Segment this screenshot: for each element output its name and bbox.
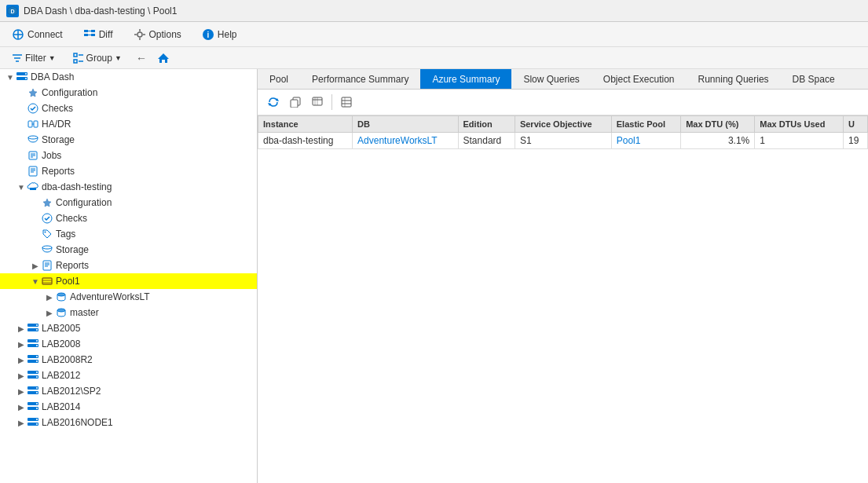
tree-item-lab2008r2[interactable]: ▶ LAB2008R2 bbox=[0, 352, 257, 368]
expander-pool1[interactable]: ▼ bbox=[30, 277, 41, 286]
table-button[interactable] bbox=[337, 93, 356, 112]
connect-label: Connect bbox=[27, 29, 63, 40]
options-button[interactable]: Options bbox=[128, 26, 187, 43]
tree-label: Reports bbox=[56, 260, 89, 271]
tree-item-lab2014[interactable]: ▶ LAB2014 bbox=[0, 399, 257, 415]
tree-item-lab2012sp2[interactable]: ▶ LAB2012\SP2 bbox=[0, 383, 257, 399]
server-icon bbox=[16, 71, 28, 83]
svg-rect-8 bbox=[91, 34, 95, 36]
svg-rect-7 bbox=[91, 30, 95, 32]
col-elastic-pool: Elastic Pool bbox=[611, 116, 680, 133]
col-max-dtu-pct: Max DTU (%) bbox=[681, 116, 755, 133]
tree-item-lab2016node1[interactable]: ▶ LAB2016NODE1 bbox=[0, 415, 257, 430]
tab-object-execution[interactable]: Object Execution bbox=[591, 69, 687, 89]
tree-item-lab2005[interactable]: ▶ LAB2005 bbox=[0, 320, 257, 336]
col-db: DB bbox=[353, 116, 458, 133]
tree-item-checks-child[interactable]: Checks bbox=[0, 210, 257, 226]
tree-label: LAB2014 bbox=[42, 401, 80, 412]
col-max-dtus-used: Max DTUs Used bbox=[755, 116, 844, 133]
refresh-button[interactable] bbox=[264, 93, 283, 112]
filter-dropdown-icon: ▼ bbox=[49, 54, 56, 62]
group-icon bbox=[73, 53, 84, 64]
jobs-icon bbox=[27, 149, 39, 162]
tree-item-adventureworks[interactable]: ▶ AdventureWorksLT bbox=[0, 289, 257, 305]
tree-item-pool1[interactable]: ▼ Pool1 bbox=[0, 273, 257, 289]
tab-db-space[interactable]: DB Space bbox=[781, 69, 847, 89]
table-row[interactable]: dba-dash-testing AdventureWorksLT Standa… bbox=[258, 133, 868, 149]
tree-label: DBA Dash bbox=[31, 71, 74, 82]
server-icon-3 bbox=[27, 338, 39, 350]
col-u: U bbox=[844, 116, 868, 133]
svg-point-81 bbox=[36, 408, 38, 409]
tree-item-config-child[interactable]: Configuration bbox=[0, 195, 257, 210]
group-button[interactable]: Group ▼ bbox=[68, 50, 127, 66]
tree-item-master[interactable]: ▶ master bbox=[0, 305, 257, 320]
cell-db[interactable]: AdventureWorksLT bbox=[353, 133, 458, 149]
group-label: Group bbox=[86, 53, 112, 64]
tab-performance-summary[interactable]: Performance Summary bbox=[300, 69, 420, 89]
copy-button[interactable] bbox=[286, 93, 305, 112]
tree-item-storage-child[interactable]: Storage bbox=[0, 242, 257, 258]
svg-point-80 bbox=[36, 403, 38, 404]
tree-item-tags[interactable]: Tags bbox=[0, 226, 257, 242]
svg-marker-25 bbox=[158, 53, 169, 63]
expander-lab2008[interactable]: ▶ bbox=[16, 340, 27, 349]
filter-button[interactable]: Filter ▼ bbox=[6, 50, 61, 66]
expander-lab2014[interactable]: ▶ bbox=[16, 403, 27, 412]
cell-instance: dba-dash-testing bbox=[258, 133, 353, 149]
tree-item-reports-child[interactable]: ▶ Reports bbox=[0, 258, 257, 273]
cell-elastic-pool[interactable]: Pool1 bbox=[611, 133, 680, 149]
tree-label: AdventureWorksLT bbox=[70, 291, 150, 302]
svg-rect-6 bbox=[84, 34, 88, 36]
diff-button[interactable]: Diff bbox=[78, 26, 119, 43]
expander-lab2008r2[interactable]: ▶ bbox=[16, 356, 27, 364]
config-icon-2 bbox=[41, 196, 53, 209]
help-button[interactable]: i Help bbox=[196, 26, 243, 43]
tree-label: Checks bbox=[42, 103, 73, 114]
expander-adventureworks[interactable]: ▶ bbox=[44, 293, 55, 302]
tree-item-jobs[interactable]: Jobs bbox=[0, 148, 257, 163]
tree-item-lab2012[interactable]: ▶ LAB2012 bbox=[0, 368, 257, 383]
tab-slow-queries[interactable]: Slow Queries bbox=[511, 69, 591, 89]
expander-master[interactable]: ▶ bbox=[44, 309, 55, 317]
expander-lab2016node1[interactable]: ▶ bbox=[16, 419, 27, 427]
tab-pool[interactable]: Pool bbox=[258, 69, 300, 89]
tree-item-checks-root[interactable]: Checks bbox=[0, 101, 257, 116]
expander-dba-dash[interactable]: ▼ bbox=[5, 73, 16, 82]
options-icon bbox=[134, 28, 146, 41]
tree-item-reports-root[interactable]: Reports bbox=[0, 163, 257, 179]
config-icon bbox=[27, 86, 39, 99]
tree-item-lab2008[interactable]: ▶ LAB2008 bbox=[0, 336, 257, 352]
help-icon: i bbox=[202, 28, 214, 41]
svg-point-29 bbox=[25, 78, 27, 79]
tree-item-storage-root[interactable]: Storage bbox=[0, 132, 257, 148]
tab-azure-summary[interactable]: Azure Summary bbox=[420, 69, 511, 89]
cell-u: 19 bbox=[844, 133, 868, 149]
tree-label: Checks bbox=[56, 213, 87, 224]
tree-item-hadr[interactable]: HA/DR bbox=[0, 116, 257, 132]
app-icon: D bbox=[6, 5, 19, 17]
expander-lab2005[interactable]: ▶ bbox=[16, 324, 27, 333]
export-button[interactable] bbox=[308, 93, 327, 112]
filter-label: Filter bbox=[25, 53, 46, 64]
tree-label: Storage bbox=[56, 244, 89, 255]
tree-label: Storage bbox=[42, 134, 75, 145]
back-button[interactable]: ← bbox=[134, 50, 149, 66]
home-button[interactable] bbox=[156, 50, 171, 66]
tree-item-dba-dash[interactable]: ▼ DBA Dash bbox=[0, 69, 257, 85]
diff-label: Diff bbox=[99, 29, 113, 40]
tree-label: master bbox=[70, 307, 99, 318]
svg-rect-22 bbox=[74, 60, 77, 63]
content-toolbar bbox=[258, 90, 868, 115]
connect-button[interactable]: Connect bbox=[6, 26, 68, 43]
tree-item-configuration-root[interactable]: Configuration bbox=[0, 85, 257, 101]
expander-lab2012[interactable]: ▶ bbox=[16, 371, 27, 380]
expander-lab2012sp2[interactable]: ▶ bbox=[16, 387, 27, 396]
expander-dba-dash-testing[interactable]: ▼ bbox=[16, 183, 27, 192]
svg-point-11 bbox=[137, 32, 142, 37]
tags-icon bbox=[41, 228, 53, 240]
svg-point-72 bbox=[36, 371, 38, 373]
diff-icon bbox=[83, 28, 96, 41]
tab-running-queries[interactable]: Running Queries bbox=[687, 69, 781, 89]
tree-item-dba-dash-testing[interactable]: ▼ dba-dash-testing bbox=[0, 179, 257, 195]
